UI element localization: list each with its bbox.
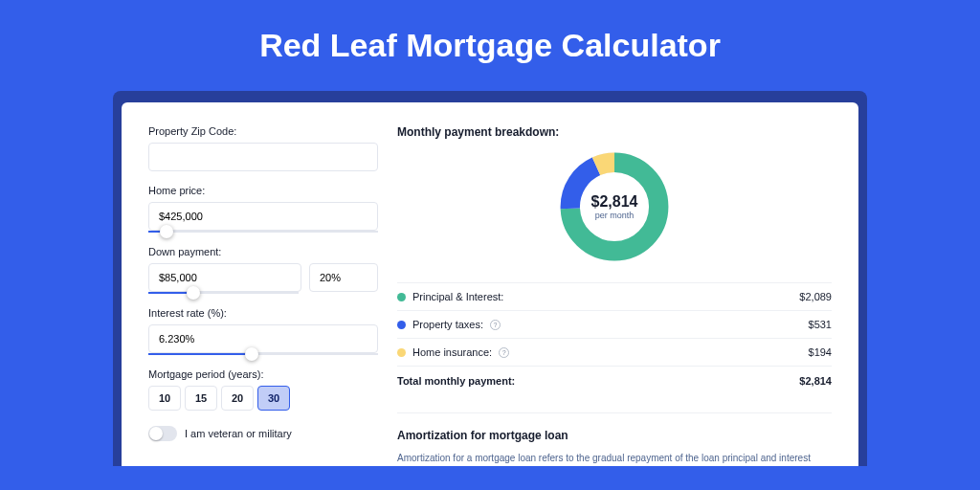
calculator-card: Property Zip Code: Home price: Down paym…: [122, 102, 858, 466]
period-label: Mortgage period (years):: [148, 368, 378, 380]
line-item-value: $2,089: [799, 291, 832, 302]
downpayment-field-group: Down payment:: [148, 246, 378, 294]
legend-dot-icon: [397, 348, 406, 357]
legend-dot-icon: [397, 293, 406, 301]
price-input[interactable]: [148, 202, 378, 231]
breakdown-column: Monthly payment breakdown: $2,814 per mo…: [397, 125, 832, 466]
toggle-knob: [149, 427, 163, 440]
total-row: Total monthly payment: $2,814: [397, 366, 832, 395]
zip-field-group: Property Zip Code:: [148, 125, 378, 171]
period-button-30[interactable]: 30: [257, 386, 290, 411]
card-backdrop: Property Zip Code: Home price: Down paym…: [113, 91, 867, 466]
downpayment-amount-input[interactable]: [148, 263, 301, 292]
veteran-label: I am veteran or military: [185, 428, 292, 439]
rate-slider[interactable]: [148, 353, 378, 355]
total-label: Total monthly payment:: [397, 375, 515, 387]
period-field-group: Mortgage period (years): 10152030: [148, 368, 378, 411]
line-item-tax: Property taxes:?$531: [397, 310, 832, 338]
price-slider[interactable]: [148, 231, 378, 233]
donut-sub: per month: [595, 211, 635, 220]
rate-field-group: Interest rate (%):: [148, 307, 378, 355]
legend-dot-icon: [397, 321, 406, 329]
donut-chart-wrap: $2,814 per month: [397, 148, 832, 265]
donut-chart: $2,814 per month: [556, 148, 673, 265]
veteran-toggle[interactable]: [148, 426, 177, 441]
period-button-15[interactable]: 15: [185, 386, 217, 411]
amortization-body: Amortization for a mortgage loan refers …: [397, 452, 832, 466]
downpayment-slider[interactable]: [148, 292, 299, 294]
price-label: Home price:: [148, 185, 378, 196]
info-icon[interactable]: ?: [490, 320, 501, 330]
line-item-ins: Home insurance:?$194: [397, 338, 832, 366]
period-button-10[interactable]: 10: [148, 386, 181, 411]
line-item-value: $194: [809, 346, 832, 358]
zip-input[interactable]: [148, 143, 378, 171]
line-item-label: Property taxes:: [412, 319, 483, 330]
amortization-title: Amortization for mortgage loan: [397, 412, 832, 442]
line-item-pi: Principal & Interest:$2,089: [397, 282, 832, 310]
line-item-value: $531: [809, 319, 832, 330]
veteran-toggle-row: I am veteran or military: [148, 426, 378, 441]
total-value: $2,814: [799, 375, 832, 387]
rate-input[interactable]: [148, 324, 378, 353]
info-icon[interactable]: ?: [499, 347, 509, 358]
breakdown-title: Monthly payment breakdown:: [397, 125, 832, 139]
form-column: Property Zip Code: Home price: Down paym…: [148, 125, 378, 466]
page-title: Red Leaf Mortgage Calculator: [0, 0, 980, 91]
period-button-20[interactable]: 20: [221, 386, 254, 411]
donut-amount: $2,814: [591, 193, 638, 211]
price-field-group: Home price:: [148, 185, 378, 233]
line-item-label: Home insurance:: [412, 346, 492, 358]
downpayment-label: Down payment:: [148, 246, 378, 257]
rate-label: Interest rate (%):: [148, 307, 378, 319]
donut-center: $2,814 per month: [556, 148, 673, 265]
zip-label: Property Zip Code:: [148, 125, 378, 137]
downpayment-percent-input[interactable]: [309, 263, 378, 292]
line-item-label: Principal & Interest:: [412, 291, 503, 302]
